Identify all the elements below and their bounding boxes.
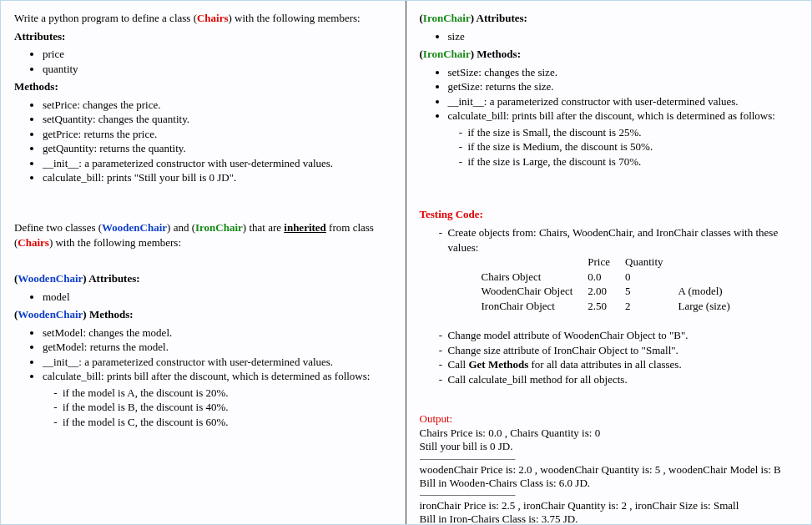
testing-list: Create objects from: Chairs, WoodenChair… [420,225,802,386]
attributes-heading: Attributes: [14,30,65,43]
class-woodenchair: WoodenChair [18,272,83,285]
table-row: WoodenChair Object 2.00 5 A (model) [482,284,745,299]
list-item: calculate_bill: prints bill after the di… [43,369,396,429]
class-ironchair: IronChair [195,221,243,234]
table-row: Chairs Object 0.0 0 [482,270,745,285]
text: ) with the following members: [49,236,181,249]
divider-line: ----------------------------------------… [420,490,802,499]
text: calculate_bill: prints bill after the di… [43,370,370,382]
list-item: setPrice: changes the price. [43,98,396,113]
output-block: Chairs Price is: 0.0 , Chairs Quantity i… [420,427,802,525]
class-chairs: Chairs [18,236,49,249]
table-cell: 5 [625,284,678,299]
class-woodenchair: WoodenChair [18,308,83,321]
text: Write a python program to define a class… [14,12,197,24]
output-line: Chairs Price is: 0.0 , Chairs Quantity i… [420,427,802,440]
table-cell [678,255,745,270]
wc-meth-head: (WoodenChair) Methods: [14,307,396,322]
wc-attr-head: (WoodenChair) Attributes: [14,271,396,286]
list-item: if the size is Large, the discount is 70… [468,154,802,169]
list-item: setQuantity: changes the quantity. [43,112,396,127]
divider-line: ----------------------------------------… [420,454,802,463]
intro-line: Write a python program to define a class… [14,11,396,26]
table-cell: 0.0 [588,270,625,285]
list-item: size [448,29,802,44]
list-item: getModel: returns the model. [43,340,396,355]
ic-meth-head: (IronChair) Methods: [420,47,802,62]
table-cell: Chairs Object [482,270,588,285]
table-cell: 0 [625,270,678,285]
list-item: getQauntity: returns the quantity. [43,141,396,156]
table-cell: 2.00 [588,284,625,299]
class-ironchair: IronChair [423,48,471,60]
list-item: __init__: a parameterized constructor wi… [43,355,396,370]
ic-attr-head: (IronChair) Attributes: [420,11,802,26]
table-cell [678,270,745,285]
table-cell: Price [588,255,625,270]
ic-attr-list: size [420,29,802,44]
right-column: (IronChair) Attributes: size (IronChair)… [406,1,812,524]
list-item: __init__: a parameterized constructor wi… [448,94,802,109]
table-cell: A (model) [678,284,745,299]
list-item: if the model is C, the discount is 60%. [63,415,396,430]
table-cell: 2.50 [588,299,625,314]
left-column: Write a python program to define a class… [1,1,406,524]
ic-method-list: setSize: changes the size. getSize: retu… [420,65,802,169]
ic-rules-list: if the size is Small, the discount is 25… [448,125,802,169]
document-page: Write a python program to define a class… [0,0,812,525]
output-line: Still your bill is 0 JD. [420,440,802,453]
testing-heading: Testing Code: [420,208,483,220]
list-item: if the model is B, the discount is 40%. [63,400,396,415]
list-item: __init__: a parameterized constructor wi… [43,156,396,171]
table-row: IronChair Object 2.50 2 Large (size) [482,299,745,314]
text: ) Attributes: [471,12,527,24]
list-item: Call calculate_bill method for all objec… [448,372,802,387]
list-item: getSize: returns the size. [448,79,802,94]
inherited-word: inherited [284,221,326,234]
define-line: Define two classes (WoodenChair) and (Ir… [14,220,396,250]
list-item: price [43,47,396,62]
wc-method-list: setModel: changes the model. getModel: r… [14,326,396,430]
table-cell: 2 [625,299,678,314]
table-cell: Quantity [625,255,678,270]
attr-list: price quantity [14,47,396,76]
list-item: Change model attribute of WoodenChair Ob… [448,328,802,343]
method-list: setPrice: changes the price. setQuantity… [14,98,396,185]
list-item: setSize: changes the size. [448,65,802,80]
list-item: setModel: changes the model. [43,326,396,341]
list-item: quantity [43,62,396,77]
output-line: woodenChair Price is: 2.0 , woodenChair … [420,463,802,477]
table-cell: Large (size) [678,299,745,314]
list-item: Create objects from: Chairs, WoodenChair… [448,225,802,328]
class-ironchair: IronChair [423,12,471,24]
text: ) Methods: [471,48,521,60]
list-item: calculate_bill: prints "Still your bill … [43,170,396,185]
table-cell: IronChair Object [482,299,588,314]
list-item: if the size is Small, the discount is 25… [468,125,802,140]
text: ) with the following members: [229,12,361,24]
text: ) Methods: [83,308,133,321]
wc-attr-list: model [14,290,396,305]
list-item: getPrice: returns the price. [43,127,396,142]
output-line: Bill in Iron-Chairs Class is: 3.75 JD. [420,512,802,525]
text: calculate_bill: prints bill after the di… [448,109,775,122]
table-cell [482,255,588,270]
output-line: ironChair Price is: 2.5 , ironChair Quan… [420,499,802,512]
test-values-table: Price Quantity Chairs Object 0.0 0 Woode… [482,255,745,313]
methods-heading: Methods: [14,80,58,93]
text: ) that are [243,221,284,234]
table-cell: WoodenChair Object [482,284,588,299]
class-woodenchair: WoodenChair [102,221,167,234]
output-line: Bill in Wooden-Chairs Class is: 6.0 JD. [420,477,802,490]
list-item: calculate_bill: prints bill after the di… [448,109,802,169]
class-chairs: Chairs [197,12,229,24]
text: ) and ( [167,221,195,234]
list-item: Call Get Methods for all data attributes… [448,357,802,372]
text: Create objects from: Chairs, WoodenChair… [448,226,779,254]
output-heading: Output: [420,412,453,425]
list-item: Change size attribute of IronChair Objec… [448,343,802,358]
text: ) Attributes: [83,272,139,285]
text: Define two classes ( [14,221,102,234]
list-item: if the size is Medium, the discount is 5… [468,139,802,154]
list-item: if the model is A, the discount is 20%. [63,386,396,401]
